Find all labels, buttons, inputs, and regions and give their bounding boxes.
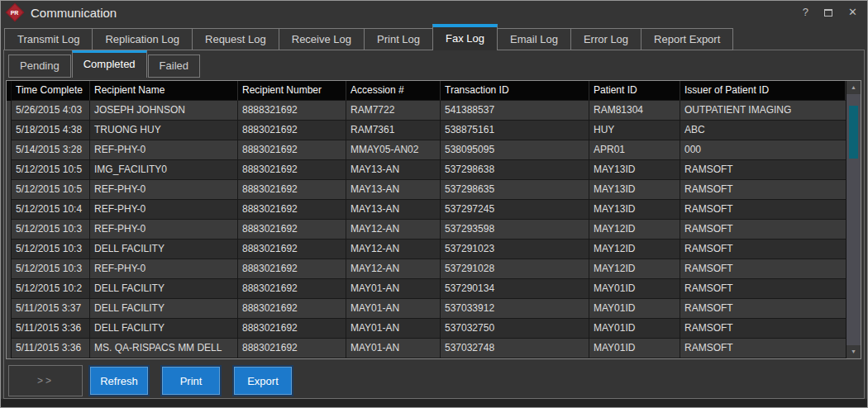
- table-cell: MAY12ID: [589, 220, 680, 240]
- table-cell: 8883021692: [238, 160, 346, 180]
- table-cell: 8883021692: [238, 279, 346, 299]
- table-cell: 5/14/2015 3:28: [12, 140, 90, 160]
- table-cell: ABC: [680, 121, 846, 140]
- table-cell: REF-PHY-0: [90, 220, 238, 240]
- table-cell: APR01: [589, 140, 680, 160]
- table-cell: MAY01-AN: [346, 339, 441, 358]
- scroll-down-icon[interactable]: ▼: [847, 345, 861, 358]
- subtab-pending[interactable]: Pending: [8, 55, 71, 78]
- table-cell: RAMSOFT: [680, 319, 846, 339]
- table-row[interactable]: 5/12/2015 10:5REF-PHY-08883021692MAY13-A…: [12, 180, 846, 200]
- fax-log-panel: PendingCompletedFailed Time CompleteReci…: [3, 50, 865, 399]
- table-cell: 8883021692: [238, 140, 346, 160]
- subtab-completed[interactable]: Completed: [72, 50, 147, 78]
- export-button[interactable]: Export: [232, 365, 293, 396]
- table-cell: 5/12/2015 10:2: [12, 279, 90, 299]
- table-cell: MAY12-AN: [346, 240, 441, 259]
- main-tabstrip: Transmit LogReplication LogRequest LogRe…: [4, 24, 864, 50]
- table-row[interactable]: 5/12/2015 10:3REF-PHY-08883021692MAY12-A…: [12, 259, 846, 279]
- table-cell: 8883021692: [238, 220, 346, 240]
- table-cell: MAY13-AN: [346, 200, 441, 220]
- table-cell: 541388537: [441, 101, 589, 121]
- table-cell: DELL FACILITY: [90, 319, 238, 339]
- column-header[interactable]: Recipient Number: [238, 81, 346, 101]
- table-cell: MAY13ID: [589, 200, 680, 220]
- table-cell: 8883021692: [238, 200, 346, 220]
- vertical-scrollbar[interactable]: ▲ ▼: [846, 81, 861, 358]
- table-cell: MAY01ID: [589, 299, 680, 319]
- app-icon: PR: [6, 3, 25, 22]
- table-row[interactable]: 5/12/2015 10:4REF-PHY-08883021692MAY13-A…: [12, 200, 846, 220]
- scrollbar-track[interactable]: [847, 94, 861, 345]
- column-header[interactable]: Time Complete: [12, 81, 90, 101]
- table-cell: HUY: [589, 121, 680, 140]
- table-cell: RAM7722: [346, 101, 441, 121]
- column-header[interactable]: Patient ID: [589, 81, 680, 101]
- table-row[interactable]: 5/12/2015 10:2DELL FACILITY8883021692MAY…: [12, 279, 846, 299]
- tab-report-export[interactable]: Report Export: [641, 28, 733, 50]
- tab-email-log[interactable]: Email Log: [497, 28, 571, 50]
- tab-print-log[interactable]: Print Log: [364, 28, 433, 50]
- app-icon-text: PR: [11, 9, 19, 15]
- table-cell: 537298638: [441, 160, 589, 180]
- table-cell: 537032748: [441, 339, 589, 358]
- print-button[interactable]: Print: [160, 365, 222, 396]
- table-cell: RAMSOFT: [680, 279, 846, 299]
- table-row[interactable]: 5/11/2015 3:37DELL FACILITY8883021692MAY…: [12, 299, 846, 319]
- table-cell: 8883021692: [238, 339, 346, 358]
- table-cell: MAY01ID: [589, 319, 680, 339]
- scrollbar-thumb[interactable]: [849, 106, 858, 159]
- table-cell: MAY01-AN: [346, 279, 441, 299]
- maximize-icon[interactable]: [824, 9, 832, 17]
- table-row[interactable]: 5/11/2015 3:36DELL FACILITY8883021692MAY…: [12, 319, 846, 339]
- expand-button[interactable]: >>: [8, 365, 83, 396]
- table-cell: 538875161: [441, 121, 589, 140]
- table-cell: MAY01-AN: [346, 299, 441, 319]
- table-cell: 5/18/2015 4:38: [12, 121, 90, 140]
- table-cell: RAMSOFT: [680, 200, 846, 220]
- titlebar-buttons: ? ✕: [803, 1, 857, 24]
- help-icon[interactable]: ?: [803, 1, 808, 24]
- window-title: Communication: [31, 6, 117, 20]
- tab-receive-log[interactable]: Receive Log: [279, 28, 365, 50]
- tab-fax-log[interactable]: Fax Log: [432, 24, 498, 50]
- tab-transmit-log[interactable]: Transmit Log: [4, 28, 93, 50]
- table-cell: MAY13ID: [589, 160, 680, 180]
- table-row[interactable]: 5/14/2015 3:28REF-PHY-08883021692MMAY05-…: [12, 140, 846, 160]
- table-row[interactable]: 5/11/2015 3:36MS. QA-RISPACS MM DELL8883…: [12, 339, 846, 358]
- table-row[interactable]: 5/12/2015 10:3REF-PHY-08883021692MAY12-A…: [12, 220, 846, 240]
- table-row[interactable]: 5/12/2015 10:5IMG_FACILITY08883021692MAY…: [12, 160, 846, 180]
- table-cell: 537291028: [441, 259, 589, 279]
- tab-request-log[interactable]: Request Log: [192, 28, 279, 50]
- table-row[interactable]: 5/18/2015 4:38TRUONG HUY8883021692RAM736…: [12, 121, 846, 140]
- table-row[interactable]: 5/26/2015 4:03JOSEPH JOHNSON8888321692RA…: [12, 101, 846, 121]
- table-cell: RAMSOFT: [680, 299, 846, 319]
- table-row[interactable]: 5/12/2015 10:3DELL FACILITY8883021692MAY…: [12, 240, 846, 259]
- table-cell: MAY12-AN: [346, 259, 441, 279]
- subtab-failed[interactable]: Failed: [148, 55, 200, 78]
- table-cell: MAY12-AN: [346, 220, 441, 240]
- table-cell: MAY12ID: [589, 259, 680, 279]
- scroll-up-icon[interactable]: ▲: [847, 81, 861, 94]
- tab-replication-log[interactable]: Replication Log: [92, 28, 193, 50]
- table-header-row: Time CompleteRecipient NameRecipient Num…: [12, 81, 846, 101]
- table-cell: 8883021692: [238, 259, 346, 279]
- table-cell: 537293598: [441, 220, 589, 240]
- table-cell: TRUONG HUY: [90, 121, 238, 140]
- column-header[interactable]: Accession #: [346, 81, 441, 101]
- column-header[interactable]: Recipient Name: [90, 81, 238, 101]
- table-cell: 537297245: [441, 200, 589, 220]
- table-cell: REF-PHY-0: [90, 259, 238, 279]
- table-cell: 537033912: [441, 299, 589, 319]
- table-cell: MS. QA-RISPACS MM DELL: [90, 339, 238, 358]
- table-cell: 537032750: [441, 319, 589, 339]
- action-buttons: >> Refresh Print Export: [8, 365, 293, 396]
- column-header[interactable]: Issuer of Patient ID: [680, 81, 846, 101]
- fax-table-grid: Time CompleteRecipient NameRecipient Num…: [12, 81, 846, 358]
- close-icon[interactable]: ✕: [848, 1, 857, 24]
- refresh-button[interactable]: Refresh: [88, 365, 150, 396]
- column-header[interactable]: Transaction ID: [441, 81, 589, 101]
- table-cell: 8883021692: [238, 240, 346, 259]
- table-cell: 537290134: [441, 279, 589, 299]
- tab-error-log[interactable]: Error Log: [570, 28, 641, 50]
